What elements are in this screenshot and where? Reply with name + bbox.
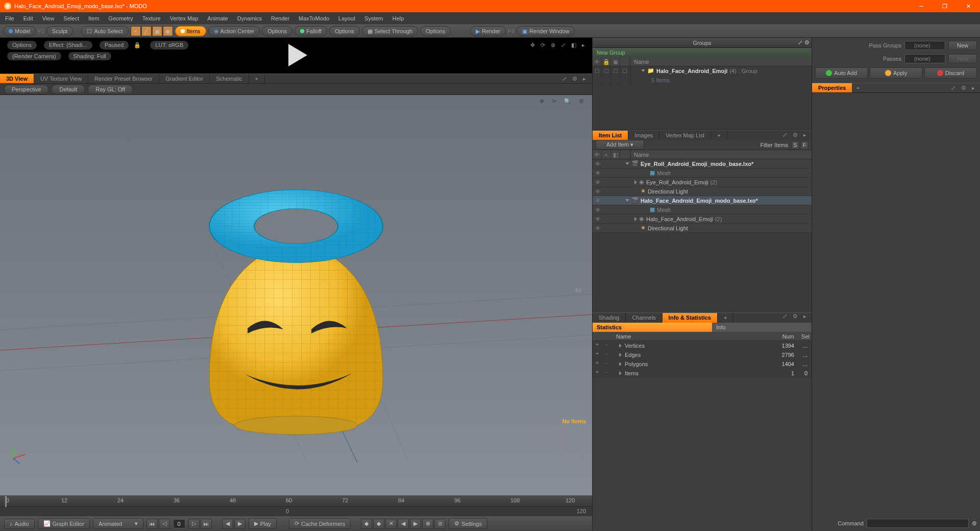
item-row[interactable]: 👁◉Halo_Face_Android_Emoji (2) xyxy=(593,214,812,224)
item-row[interactable]: 👁☀Directional Light xyxy=(593,187,812,196)
preview-paused[interactable]: Paused xyxy=(100,41,129,50)
renderwindow-button[interactable]: ▣Render Window xyxy=(517,26,575,36)
lock-col-icon[interactable]: 🔒 xyxy=(602,57,611,66)
menu-animate[interactable]: Animate xyxy=(207,15,228,21)
tab-channels[interactable]: Channels xyxy=(626,313,662,323)
group-subrow[interactable]: 5 Items xyxy=(593,76,812,85)
menu-geometry[interactable]: Geometry xyxy=(108,15,133,21)
stat-row[interactable]: +-Polygons1404... xyxy=(593,359,812,369)
group-row[interactable]: ☐☐☐☐ 📁Halo_Face_Android_Emoji (4) : Grou… xyxy=(593,66,812,76)
passgroups-dropdown[interactable]: (none) xyxy=(904,41,945,50)
additem-dropdown[interactable]: Add Item ▾ xyxy=(596,140,644,150)
frame-input[interactable]: 0 xyxy=(173,519,185,528)
discard-button[interactable]: Discard xyxy=(924,67,977,79)
menu-dynamics[interactable]: Dynamics xyxy=(237,15,262,21)
menu-system[interactable]: System xyxy=(364,15,383,21)
settings-button[interactable]: ⚙Settings xyxy=(449,518,487,529)
tab-add[interactable]: + xyxy=(852,83,863,92)
tab-uv[interactable]: UV Texture View xyxy=(34,74,88,83)
render-button[interactable]: ▶Render xyxy=(470,26,506,36)
eye-col-icon[interactable]: 👁 xyxy=(593,150,602,159)
gear-icon[interactable]: ⚙ xyxy=(804,39,810,46)
cachedeformers-button[interactable]: ⟳Cache Deformers xyxy=(289,518,351,529)
view-perspective[interactable]: Perspective xyxy=(4,85,48,94)
model-button[interactable]: Model xyxy=(3,26,36,36)
options3-button[interactable]: Options xyxy=(420,26,451,36)
stat-row[interactable]: +-Vertices1394... xyxy=(593,341,812,350)
tab-itemlist[interactable]: Item List xyxy=(593,131,628,140)
info-tab[interactable]: Info xyxy=(712,323,812,332)
actioncenter-button[interactable]: ⊕Action Center xyxy=(208,26,260,36)
tab-add[interactable]: + xyxy=(718,313,733,323)
stat-row[interactable]: +-Edges2796... xyxy=(593,350,812,359)
menu-edit[interactable]: Edit xyxy=(23,15,33,21)
filter-s[interactable]: S xyxy=(791,141,799,149)
prop-icons[interactable]: ⤢ ⚙ ▸ xyxy=(948,83,980,92)
close-button[interactable]: ✕ xyxy=(957,0,980,12)
menu-help[interactable]: Help xyxy=(393,15,404,21)
axis-widget[interactable] xyxy=(7,444,28,466)
tab-gradient[interactable]: Gradient Editor xyxy=(159,74,210,83)
viewtabs-icons[interactable]: ⤢ ⚙ ▸ xyxy=(562,76,592,82)
preview-shading[interactable]: Shading: Full xyxy=(68,52,111,60)
filter-f[interactable]: F xyxy=(800,141,808,149)
edge-mode-icon[interactable]: ╱ xyxy=(141,26,152,36)
item-row[interactable]: 👁▦Mesh xyxy=(593,205,812,214)
falloff-button[interactable]: Falloff xyxy=(295,26,327,36)
view-default[interactable]: Default xyxy=(52,85,85,94)
render-col-icon[interactable]: ▣ xyxy=(611,57,620,66)
color-col-icon[interactable]: ◧ xyxy=(611,150,620,159)
audio-button[interactable]: ♪Audio xyxy=(4,519,35,529)
menu-file[interactable]: File xyxy=(5,15,14,21)
midtab-icons[interactable]: ⤢ ⚙ ▸ xyxy=(782,132,812,138)
item-row[interactable]: 👁🎬Eye_Roll_Android_Emoji_modo_base.lxo* xyxy=(593,159,812,168)
preview-play-button[interactable] xyxy=(281,40,311,71)
tab-3dview[interactable]: 3D View xyxy=(0,74,34,83)
menu-select[interactable]: Select xyxy=(63,15,79,21)
animated-dropdown[interactable]: Animated▾ xyxy=(93,518,143,529)
item-row[interactable]: 👁🎬Halo_Face_Android_Emoji_modo_base.lxo* xyxy=(593,196,812,205)
col-name[interactable]: Name xyxy=(631,57,812,66)
items-button[interactable]: Items xyxy=(175,26,206,36)
eye-icon[interactable]: 👁 xyxy=(593,57,602,66)
options1-button[interactable]: Options xyxy=(262,26,292,36)
key-controls[interactable]: ◆◆✕◀▶⊕⊘ xyxy=(361,519,446,529)
apply-button[interactable]: Apply xyxy=(870,67,922,79)
tab-renderpreset[interactable]: Render Preset Browser xyxy=(88,74,159,83)
tab-shading[interactable]: Shading xyxy=(593,313,626,323)
statistics-tab[interactable]: Statistics xyxy=(593,323,712,332)
menu-layout[interactable]: Layout xyxy=(338,15,355,21)
stats-icons[interactable]: ⤢ ⚙ ▸ xyxy=(782,313,812,323)
menu-maxtomodo[interactable]: MaxToModo xyxy=(299,15,329,21)
grapheditor-button[interactable]: 📈Graph Editor xyxy=(38,518,90,529)
expand-icon[interactable]: ⤢ xyxy=(798,39,802,46)
command-input[interactable] xyxy=(867,519,969,528)
stat-row[interactable]: +-Items10 xyxy=(593,369,812,378)
sculpt-button[interactable]: Sculpt xyxy=(46,26,74,36)
menu-texture[interactable]: Texture xyxy=(142,15,161,21)
item-row[interactable]: 👁▦Mesh xyxy=(593,168,812,178)
tab-add[interactable]: + xyxy=(711,131,727,140)
timeline[interactable]: 0 12 24 36 48 60 72 84 96 108 120 0 120 xyxy=(0,495,592,516)
vertex-mode-icon[interactable]: ▪ xyxy=(131,26,141,36)
passes-dropdown[interactable]: (none) xyxy=(904,54,945,63)
maximize-button[interactable]: ❐ xyxy=(933,0,957,12)
autoselect-button[interactable]: ☐Auto Select xyxy=(81,26,128,36)
menu-render[interactable]: Render xyxy=(271,15,289,21)
plus-col-icon[interactable]: + xyxy=(602,150,611,159)
tab-infostats[interactable]: Info & Statistics xyxy=(663,313,718,323)
tab-add[interactable]: + xyxy=(249,74,265,83)
passes-new[interactable]: New xyxy=(948,54,977,63)
menu-view[interactable]: View xyxy=(42,15,55,21)
options2-button[interactable]: Options xyxy=(329,26,360,36)
preview-effect[interactable]: Effect: (Shadi... xyxy=(44,41,92,50)
tab-properties[interactable]: Properties xyxy=(812,83,852,92)
view-raygl[interactable]: Ray GL: Off xyxy=(88,85,133,94)
command-gear-icon[interactable]: ⚙ xyxy=(972,520,977,527)
material-mode-icon[interactable]: ◉ xyxy=(163,26,173,36)
lock-icon[interactable]: 🔒 xyxy=(132,41,143,50)
item-row[interactable]: 👁◉Eye_Roll_Android_Emoji (2) xyxy=(593,178,812,187)
item-row[interactable]: 👁☀Directional Light xyxy=(593,224,812,233)
preview-camera[interactable]: (Render Camera) xyxy=(7,52,61,60)
preview-lut[interactable]: LUT: sRGB xyxy=(150,41,188,50)
